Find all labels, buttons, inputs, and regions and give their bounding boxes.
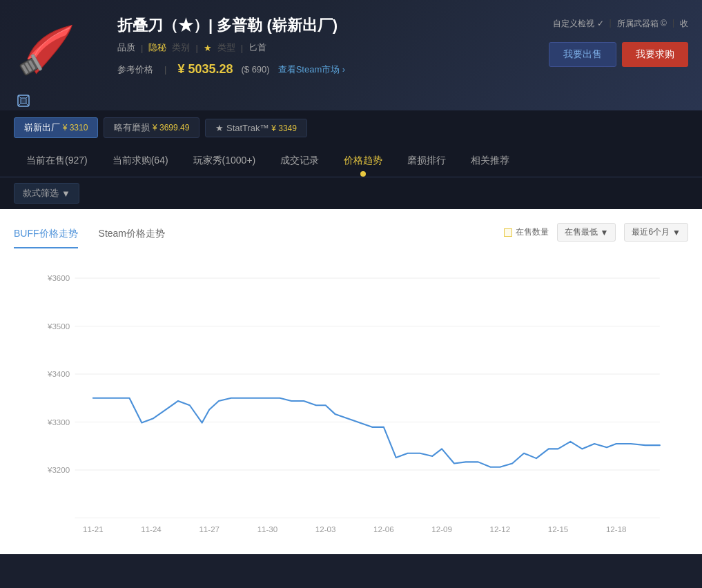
svg-text:11-24: 11-24 [141,525,162,533]
chart-tab-steam[interactable]: Steam价格走势 [99,228,165,248]
collect-btn[interactable]: 收 [680,18,688,30]
action-buttons: 我要出售 我要求购 [549,42,688,67]
chart-tabs: BUFF价格走势 Steam价格走势 [14,228,504,248]
price-row: 参考价格 | ¥ 5035.28 ($ 690) 查看Steam市场 › [117,62,535,77]
nav-tab-5[interactable]: 磨损排行 [395,145,458,177]
svg-text:¥3200: ¥3200 [47,466,70,474]
item-title: 折叠刀（★）| 多普勒 (崭新出厂) [117,15,535,36]
type-value: 匕首 [248,41,266,54]
wear-tabs-container: 崭新出厂 ¥ 3310 略有磨损 ¥ 3699.49 ★ StatTrak™ ¥… [0,110,702,145]
filter-button[interactable]: 款式筛选 ▼ [14,183,79,204]
svg-text:12-03: 12-03 [315,525,336,533]
steam-link[interactable]: 查看Steam市场 › [278,63,346,76]
ref-price-label: 参考价格 [117,63,153,76]
item-tags: 品质 | 隐秘 类别 | ★ 类型 | 匕首 [117,41,535,54]
cube-icon [14,91,33,110]
customize-view[interactable]: 自定义检视 ✓ [553,18,603,30]
knife-image [14,19,104,81]
nav-tabs-container: 当前在售(927) 当前求购(64) 玩家秀(1000+) 成交记录 价格趋势 … [0,145,702,177]
nav-tab-4[interactable]: 价格趋势 [331,145,395,177]
sub-header [14,91,688,110]
svg-text:¥3400: ¥3400 [47,370,70,378]
nav-tab-2[interactable]: 玩家秀(1000+) [181,145,269,177]
legend-box [504,228,512,237]
category-value: ★ [204,43,212,53]
buy-button[interactable]: 我要求购 [622,42,688,67]
ref-price-usd: ($ 690) [241,64,269,75]
nav-tab-6[interactable]: 相关推荐 [458,145,522,177]
legend-label: 在售数量 [516,226,549,238]
price-chart: ¥3600 ¥3500 ¥3400 ¥3300 ¥3200 11-21 11-2… [14,264,688,540]
svg-rect-6 [21,98,26,104]
weapon-box-link[interactable]: 所属武器箱 © [617,18,667,30]
sell-button[interactable]: 我要出售 [549,42,616,67]
wear-tab-2[interactable]: ★ StatTrak™ ¥ 3349 [205,119,307,137]
svg-text:12-15: 12-15 [548,525,569,533]
ref-price-cny: ¥ 5035.28 [177,62,233,77]
header-actions: 自定义检视 ✓ | 所属武器箱 © | 收 我要出售 我要求购 [549,12,688,67]
top-actions: 自定义检视 ✓ | 所属武器箱 © | 收 [553,18,688,30]
svg-text:11-30: 11-30 [257,525,278,533]
svg-text:12-06: 12-06 [373,525,394,533]
svg-text:11-27: 11-27 [199,525,220,533]
svg-text:12-18: 12-18 [606,525,627,533]
svg-text:12-09: 12-09 [431,525,452,533]
chart-controls: 在售数量 在售最低 ▼ 最近6个月 ▼ [504,223,688,242]
legend-item: 在售数量 [504,226,549,238]
quality-label: 品质 [117,41,135,54]
filter-row: 款式筛选 ▼ [0,177,702,209]
nav-tab-3[interactable]: 成交记录 [268,145,331,177]
quality-value: 隐秘 [148,41,166,54]
ctrl-period-btn[interactable]: 最近6个月 ▼ [624,223,688,242]
wear-tab-0[interactable]: 崭新出厂 ¥ 3310 [14,117,98,138]
nav-tab-1[interactable]: 当前求购(64) [100,145,181,177]
svg-text:¥3300: ¥3300 [47,418,70,427]
svg-text:¥3600: ¥3600 [47,274,70,282]
svg-text:11-21: 11-21 [83,525,104,533]
chart-area: BUFF价格走势 Steam价格走势 在售数量 在售最低 ▼ 最近6个月 ▼ [0,209,702,554]
nav-tab-0[interactable]: 当前在售(927) [14,145,100,177]
svg-text:¥3500: ¥3500 [47,322,70,331]
wear-tab-1[interactable]: 略有磨损 ¥ 3699.49 [104,117,199,138]
ctrl-lowest-btn[interactable]: 在售最低 ▼ [557,223,616,242]
item-info: 折叠刀（★）| 多普勒 (崭新出厂) 品质 | 隐秘 类别 | ★ 类型 | 匕… [117,12,535,77]
chart-tab-buff[interactable]: BUFF价格走势 [14,228,78,248]
svg-text:12-12: 12-12 [490,525,511,533]
